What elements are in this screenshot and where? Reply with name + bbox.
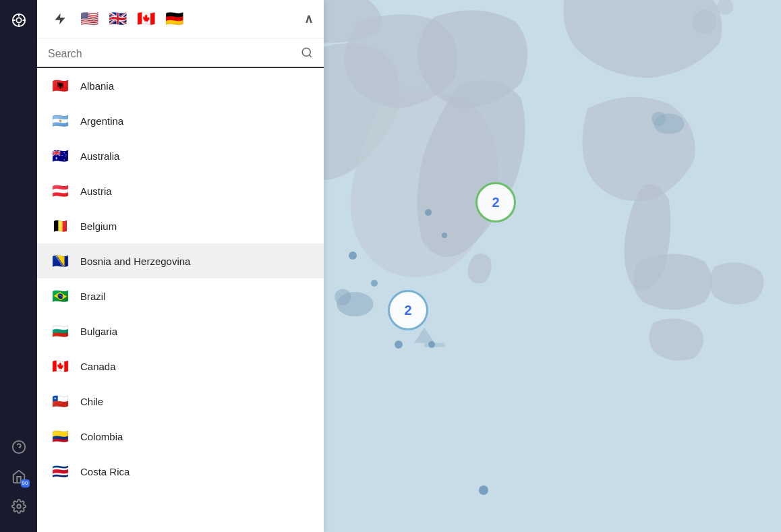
country-item-ar[interactable]: 🇦🇷Argentina xyxy=(37,103,324,138)
map-dot-12 xyxy=(442,233,447,238)
country-name-au: Australia xyxy=(80,150,119,162)
main-area: 5 16 3 2 2 xyxy=(37,0,781,532)
country-name-co: Colombia xyxy=(80,431,123,442)
flag-ba: 🇧🇦 xyxy=(49,250,71,272)
map-dot-7 xyxy=(371,280,378,287)
country-name-cl: Chile xyxy=(80,396,103,407)
map-dot-6 xyxy=(349,252,357,260)
country-item-ba[interactable]: 🇧🇦Bosnia and Herzegovina xyxy=(37,243,324,278)
flag-ar: 🇦🇷 xyxy=(49,110,71,131)
country-item-cr[interactable]: 🇨🇷Costa Rica xyxy=(37,454,324,489)
flag-ca: 🇨🇦 xyxy=(49,355,71,377)
flag-bg: 🇧🇬 xyxy=(49,320,71,342)
map-bubble-2-green[interactable]: 2 xyxy=(475,182,516,223)
svg-point-10 xyxy=(693,9,717,34)
search-icon xyxy=(301,47,313,61)
svg-line-23 xyxy=(309,55,311,57)
house-icon[interactable]: 90 xyxy=(7,465,31,489)
question-icon[interactable] xyxy=(7,435,31,459)
country-name-bg: Bulgaria xyxy=(80,326,117,337)
flag-de[interactable]: 🇩🇪 xyxy=(163,7,185,30)
map-dot-10 xyxy=(479,485,488,495)
house-badge: 90 xyxy=(21,479,30,487)
country-item-be[interactable]: 🇧🇪Belgium xyxy=(37,208,324,243)
svg-point-1 xyxy=(16,18,21,22)
flag-cl: 🇨🇱 xyxy=(49,390,71,412)
country-name-ca: Canada xyxy=(80,361,116,372)
country-panel: 🇺🇸 🇬🇧 🇨🇦 🇩🇪 ∧ 🇦🇱Albania🇦🇷Argentina🇦🇺Aust… xyxy=(37,0,324,532)
flag-br: 🇧🇷 xyxy=(49,285,71,307)
country-name-ar: Argentina xyxy=(80,115,123,127)
flag-at: 🇦🇹 xyxy=(49,180,71,202)
search-bar xyxy=(37,38,324,68)
svg-point-22 xyxy=(302,48,310,56)
map-bubble-2-blue[interactable]: 2 xyxy=(388,290,428,330)
country-item-co[interactable]: 🇨🇴Colombia xyxy=(37,419,324,454)
country-item-al[interactable]: 🇦🇱Albania xyxy=(37,68,324,103)
country-name-cr: Costa Rica xyxy=(80,466,129,477)
flag-cr: 🇨🇷 xyxy=(49,461,71,482)
flag-ca[interactable]: 🇨🇦 xyxy=(134,7,157,30)
map-dot-11 xyxy=(425,209,432,216)
country-item-au[interactable]: 🇦🇺Australia xyxy=(37,138,324,173)
country-item-br[interactable]: 🇧🇷Brazil xyxy=(37,278,324,314)
flag-au: 🇦🇺 xyxy=(49,145,71,167)
settings-icon[interactable] xyxy=(7,494,31,519)
sidebar: 90 xyxy=(0,0,37,532)
country-name-ba: Bosnia and Herzegovina xyxy=(80,256,190,267)
svg-point-20 xyxy=(652,112,666,126)
search-input[interactable] xyxy=(48,48,301,60)
country-name-al: Albania xyxy=(80,80,114,92)
map-dot-9 xyxy=(428,341,435,348)
flag-be: 🇧🇪 xyxy=(49,215,71,237)
flag-al: 🇦🇱 xyxy=(49,75,71,96)
svg-point-13 xyxy=(335,289,351,305)
country-name-be: Belgium xyxy=(80,220,117,232)
flag-us[interactable]: 🇺🇸 xyxy=(78,7,100,30)
country-item-ca[interactable]: 🇨🇦Canada xyxy=(37,349,324,384)
quick-connect-bar: 🇺🇸 🇬🇧 🇨🇦 🇩🇪 ∧ xyxy=(37,0,324,38)
svg-marker-21 xyxy=(55,13,65,25)
country-item-bg[interactable]: 🇧🇬Bulgaria xyxy=(37,314,324,349)
country-item-cl[interactable]: 🇨🇱Chile xyxy=(37,384,324,419)
target-icon[interactable] xyxy=(7,8,31,32)
flag-co: 🇨🇴 xyxy=(49,425,71,447)
svg-point-8 xyxy=(17,504,21,508)
country-name-at: Austria xyxy=(80,185,112,197)
country-item-at[interactable]: 🇦🇹Austria xyxy=(37,173,324,208)
map-dot-8 xyxy=(395,341,403,349)
lightning-icon[interactable] xyxy=(48,7,72,31)
country-list: 🇦🇱Albania🇦🇷Argentina🇦🇺Australia🇦🇹Austria… xyxy=(37,68,324,532)
country-name-br: Brazil xyxy=(80,291,106,302)
flag-gb[interactable]: 🇬🇧 xyxy=(106,7,129,30)
chevron-up-icon[interactable]: ∧ xyxy=(304,11,313,26)
